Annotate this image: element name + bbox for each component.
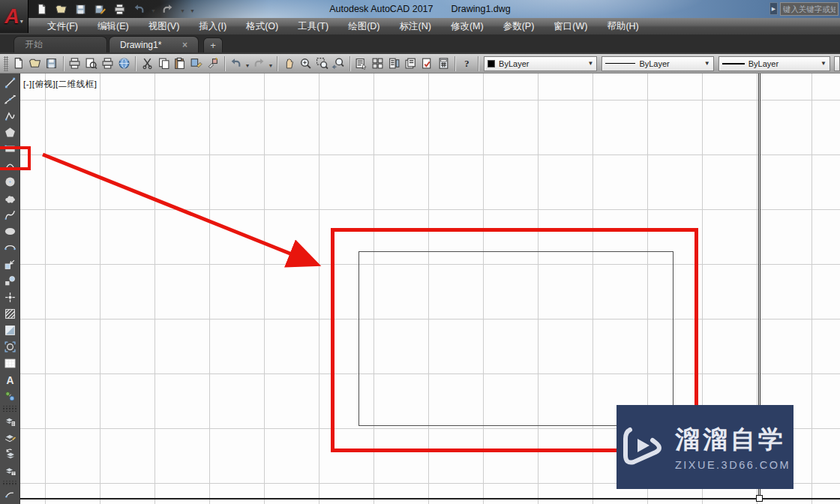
lineweight-combo[interactable]: ByLayer▼ [718, 56, 830, 71]
draw-tool-ellipse-arc-icon[interactable] [1, 240, 19, 256]
draw-tool-ellipse-icon[interactable] [1, 224, 19, 240]
undo-icon[interactable] [228, 56, 244, 72]
match-properties-icon[interactable] [188, 56, 205, 72]
draw-tool-construction-line-icon[interactable] [1, 92, 19, 108]
color-combo[interactable]: ByLayer▼ [484, 56, 597, 71]
menu-v[interactable]: 视图(V) [139, 18, 190, 34]
new-file-icon[interactable] [10, 56, 27, 72]
draw-tool-create-block-icon[interactable] [1, 272, 19, 289]
new-tab-button[interactable]: + [203, 38, 223, 52]
menu-f[interactable]: 文件(F) [38, 18, 88, 34]
file-tab-bar: 开始Drawing1*×+ [0, 34, 840, 54]
draw-tool-hatch-icon[interactable] [1, 305, 19, 322]
tab-close-icon[interactable]: × [182, 40, 188, 50]
block-editor-icon[interactable] [205, 56, 221, 72]
grip-handle[interactable] [756, 495, 763, 502]
draw-tool-circle-icon[interactable] [1, 174, 19, 190]
draw-tool-multiline-text-icon[interactable]: A [1, 371, 19, 388]
draw-tool-region-icon[interactable] [1, 338, 19, 355]
undo-dropdown-icon[interactable]: ▼ [244, 57, 251, 70]
sheet-set-manager-icon[interactable] [403, 56, 419, 72]
zoom-window-icon[interactable] [314, 56, 330, 72]
print-preview-icon[interactable] [83, 56, 100, 72]
menu-i[interactable]: 插入(I) [189, 18, 236, 34]
plot-icon[interactable] [111, 2, 128, 16]
file-tab-label: Drawing1* [120, 40, 161, 50]
qsave-icon[interactable] [72, 2, 88, 16]
properties-icon[interactable] [353, 56, 370, 72]
draw-tool-polyline-icon[interactable] [1, 108, 19, 124]
linetype-combo[interactable]: ByLayer▼ [602, 56, 713, 71]
file-tab-start[interactable]: 开始 [14, 36, 107, 52]
redo-dropdown-icon[interactable]: ▼ [179, 2, 186, 16]
toolbar-separator [277, 56, 278, 71]
redo-icon[interactable] [160, 2, 176, 16]
zoom-previous-icon[interactable] [330, 56, 346, 72]
menu-p[interactable]: 参数(P) [494, 18, 544, 34]
annotation-tool-highlight [0, 146, 31, 170]
draw-tool-revision-cloud-icon[interactable] [1, 190, 19, 207]
draw-tool-table-icon[interactable] [1, 355, 19, 371]
chevron-down-icon[interactable]: ▼ [704, 60, 710, 67]
qopen-icon[interactable] [52, 2, 69, 16]
draw-tool-line-icon[interactable] [1, 75, 19, 92]
redo-dropdown-icon[interactable]: ▼ [267, 57, 274, 70]
file-tab-drawing1[interactable]: Drawing1*× [109, 36, 199, 52]
draw-tool-add-selected-icon[interactable] [1, 388, 19, 404]
draw-tool-insert-block-icon[interactable] [1, 256, 19, 272]
play-triangle-icon [620, 422, 666, 472]
undo-icon[interactable] [130, 2, 147, 16]
help-icon[interactable]: ? [458, 56, 475, 72]
draw-tool-polygon-icon[interactable] [1, 124, 19, 141]
menu-d[interactable]: 绘图(D) [338, 18, 389, 34]
watermark-site: zixue.3d66.com [675, 459, 790, 471]
markup-icon[interactable] [418, 56, 435, 72]
design-center-icon[interactable] [370, 56, 386, 72]
paste-icon[interactable] [172, 56, 188, 72]
logo-caret-icon: ▾ [20, 18, 23, 25]
layer-tool-layer-properties-icon[interactable] [1, 413, 19, 430]
print-icon[interactable] [67, 56, 83, 72]
menu-m[interactable]: 修改(M) [441, 18, 494, 34]
customize-dropdown-icon[interactable]: ▼ [189, 2, 196, 16]
layer-tool-layer-states-icon[interactable] [1, 430, 19, 446]
publish-icon[interactable] [116, 56, 132, 72]
qnew-icon[interactable] [33, 2, 50, 16]
pan-icon[interactable] [280, 56, 297, 72]
drawing-canvas[interactable]: [-][俯视][二维线框] 溜溜自学 [20, 74, 840, 504]
application-menu-button[interactable]: A▾ [0, 0, 28, 33]
arc-partial-icon[interactable] [1, 488, 19, 504]
menu-o[interactable]: 格式(O) [236, 18, 288, 34]
title-bar: Autodesk AutoCAD 2017Drawing1.dwg ▼▼▼ ▶ [0, 0, 840, 18]
draw-tool-point-icon[interactable] [1, 289, 19, 305]
quick-calc-icon[interactable] [435, 56, 452, 72]
save-as-icon[interactable] [92, 2, 108, 16]
layer-tool-layer-translate-icon[interactable] [1, 463, 19, 479]
viewport-controls[interactable]: [-][俯视][二维线框] [23, 79, 98, 90]
plot-icon[interactable] [99, 56, 116, 72]
menu-w[interactable]: 窗口(W) [544, 18, 597, 34]
menu-t[interactable]: 工具(T) [288, 18, 338, 34]
zoom-realtime-icon[interactable] [297, 56, 314, 72]
draw-tool-gradient-icon[interactable] [1, 322, 19, 338]
search-go-button[interactable]: ▶ [770, 2, 778, 15]
redo-icon[interactable] [250, 56, 267, 72]
open-file-icon[interactable] [27, 56, 44, 72]
toolbar-grip[interactable] [4, 56, 8, 71]
chevron-down-icon[interactable]: ▼ [820, 60, 826, 67]
menu-n[interactable]: 标注(N) [390, 18, 441, 34]
menu-h[interactable]: 帮助(H) [597, 18, 648, 34]
undo-dropdown-icon[interactable]: ▼ [150, 2, 157, 16]
cut-icon[interactable] [139, 56, 155, 72]
draw-tool-spline-icon[interactable] [1, 207, 19, 224]
tool-palettes-icon[interactable] [386, 56, 403, 72]
chevron-down-icon[interactable]: ▼ [587, 60, 593, 67]
toolbar-separator [224, 56, 225, 71]
menu-e[interactable]: 编辑(E) [88, 18, 139, 34]
copy-icon[interactable] [155, 56, 172, 72]
watermark: 溜溜自学 zixue.3d66.com [616, 405, 794, 489]
save-icon[interactable] [44, 56, 60, 72]
file-tab-label: 开始 [25, 38, 43, 51]
layer-tool-layer-previous-icon[interactable] [1, 446, 19, 463]
help-search-input[interactable] [780, 2, 838, 16]
